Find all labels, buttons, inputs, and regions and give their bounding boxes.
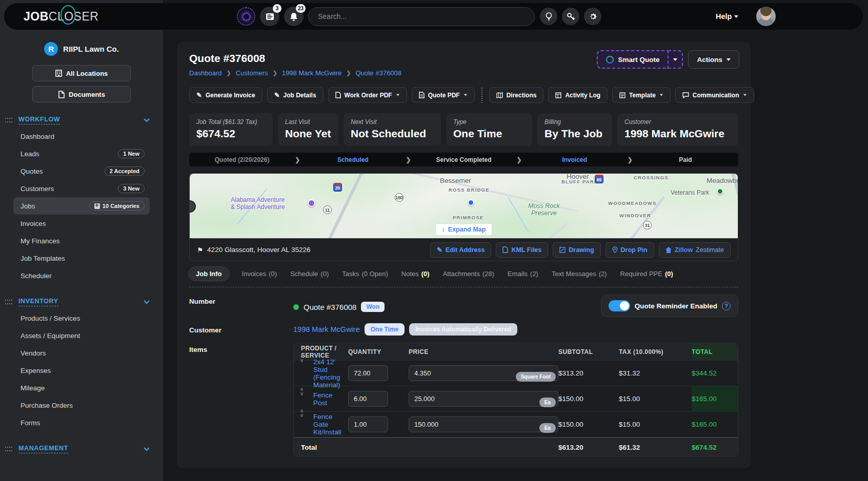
key-icon <box>567 12 575 21</box>
sidebar-item-dashboard[interactable]: Dashboard <box>13 128 150 145</box>
chat-icon <box>682 92 689 98</box>
sidebar-item-customers[interactable]: Customers3 New <box>13 180 150 197</box>
sidebar-item-label: Mileage <box>21 384 45 392</box>
sidebar-item-label: Leads <box>21 150 39 158</box>
tab-invoices[interactable]: Invoices(0) <box>242 270 277 278</box>
drawing-button[interactable]: Drawing <box>553 242 600 258</box>
number-field-label: Number <box>189 295 293 317</box>
recording-status-icon[interactable] <box>237 7 255 26</box>
reorder-arrows[interactable]: ∧∨ <box>300 387 304 396</box>
sidebar-item-invoices[interactable]: Invoices <box>13 215 150 232</box>
tab-tasks[interactable]: Tasks(0 Open) <box>342 270 388 278</box>
sidebar-item-jobs[interactable]: Jobs10 Categories <box>13 197 150 215</box>
sidebar-item-expenses[interactable]: Expenses <box>13 362 150 379</box>
tab-text-messages[interactable]: Text Messages(2) <box>552 270 607 278</box>
breadcrumb-quote[interactable]: Quote #376008 <box>355 69 401 77</box>
unit-badge: Ea <box>539 423 556 433</box>
sidebar-item-scheduler[interactable]: Scheduler <box>13 267 150 284</box>
tab-schedule[interactable]: Schedule(0) <box>290 270 329 278</box>
tab-emails[interactable]: Emails(2) <box>508 270 538 278</box>
template-button[interactable]: Template <box>612 87 671 103</box>
sidebar-item-my-finances[interactable]: My Finances <box>13 232 150 249</box>
messages-badge: 3 <box>273 4 281 13</box>
tab-job-info[interactable]: Job Info <box>188 266 230 281</box>
section-workflow[interactable]: WORKFLOW <box>13 116 150 124</box>
quantity-input[interactable] <box>348 365 388 381</box>
breadcrumb-dashboard[interactable]: Dashboard <box>189 69 222 77</box>
product-link[interactable]: Fence Post <box>313 391 333 407</box>
drop-pin-button[interactable]: Drop Pin <box>605 242 654 258</box>
tab-label: Tasks <box>342 270 359 278</box>
quantity-input[interactable] <box>348 391 388 407</box>
stat-value: Not Scheduled <box>351 128 434 140</box>
price-input[interactable] <box>409 416 558 432</box>
section-inventory[interactable]: INVENTORY <box>13 298 150 306</box>
sidebar-item-quotes[interactable]: Quotes2 Accepted <box>13 162 150 180</box>
notifications-button[interactable]: 23 <box>284 7 304 26</box>
edit-address-button[interactable]: ✎Edit Address <box>430 242 492 258</box>
breadcrumb-customers[interactable]: Customers <box>236 69 268 77</box>
settings-button[interactable] <box>584 8 601 25</box>
help-menu[interactable]: Help <box>716 12 738 20</box>
map-label-crossings: CROSSINGS <box>634 175 669 180</box>
sidebar-item-products-services[interactable]: Products / Services <box>13 309 150 327</box>
quote-reminder-toggle[interactable] <box>609 300 630 311</box>
customer-link[interactable]: 1998 Mark McGwire <box>293 325 360 333</box>
kml-files-button[interactable]: KML Files <box>496 242 548 258</box>
communication-button[interactable]: Communication <box>675 87 754 103</box>
sidebar-item-leads[interactable]: Leads1 New <box>13 145 150 162</box>
sidebar-item-mileage[interactable]: Mileage <box>13 379 150 396</box>
section-management[interactable]: MANAGEMENT <box>13 445 150 453</box>
map[interactable]: Bessemer ROSS BRIDGE BLUFF PARK Hoover C… <box>190 174 738 238</box>
all-locations-button[interactable]: All Locations <box>32 65 131 81</box>
one-time-badge: One Time <box>365 323 405 336</box>
sidebar-item-label: Vendors <box>21 349 46 357</box>
generate-invoice-button[interactable]: ✎Generate Invoice <box>189 87 263 103</box>
breadcrumb-customer[interactable]: 1998 Mark McGwire <box>282 69 341 77</box>
building-icon <box>55 70 62 77</box>
tab-required-ppe[interactable]: Required PPE(0) <box>620 270 673 278</box>
reorder-arrows[interactable]: ∧∨ <box>300 408 304 417</box>
expand-map-button[interactable]: ↕Expand Map <box>435 223 493 236</box>
tips-button[interactable] <box>540 8 557 25</box>
documents-button[interactable]: Documents <box>32 86 131 102</box>
sidebar-item-vendors[interactable]: Vendors <box>13 344 150 362</box>
activity-log-button[interactable]: Activity Log <box>548 87 608 103</box>
tab-attachments[interactable]: Attachments(28) <box>443 270 494 278</box>
progress-invoiced[interactable]: Invoiced <box>522 156 628 163</box>
directions-button[interactable]: Directions <box>489 87 544 103</box>
map-control[interactable] <box>190 200 196 213</box>
actions-button[interactable]: Actions <box>688 50 739 69</box>
zillow-zestimate-button[interactable]: ZillowZestimate <box>659 242 731 258</box>
user-avatar[interactable] <box>756 7 776 26</box>
reorder-arrows[interactable]: ∧∨ <box>300 353 304 363</box>
expand-map-label: Expand Map <box>448 226 486 233</box>
work-order-pdf-button[interactable]: Work Order PDF <box>328 87 407 103</box>
api-keys-button[interactable] <box>562 8 579 25</box>
sidebar-item-assets-equipment[interactable]: Assets / Equipment <box>13 327 150 344</box>
smart-quote-dropdown[interactable] <box>668 50 683 69</box>
stat-billing: BillingBy The Job <box>537 113 612 146</box>
interstate-20-shield: 20 <box>333 183 342 192</box>
product-link[interactable]: Fence Gate Kit/Install <box>313 413 341 436</box>
job-details-button[interactable]: ✎Job Details <box>267 87 324 103</box>
progress-scheduled[interactable]: Scheduled <box>300 156 406 163</box>
help-question-icon[interactable]: ? <box>722 302 731 310</box>
map-label-moss-rock: Moss RockPreserve <box>528 202 560 217</box>
smart-quote-button[interactable]: Smart Quote <box>597 50 668 69</box>
messages-button[interactable]: 3 <box>260 7 279 26</box>
price-input[interactable] <box>409 391 558 407</box>
sidebar-item-job-templates[interactable]: Job Templates <box>13 249 150 267</box>
sidebar-item-label: Job Templates <box>21 255 65 262</box>
sidebar-item-forms[interactable]: Forms <box>13 414 150 431</box>
product-link[interactable]: 2x4 12' Stud (Fencing Material) <box>313 358 340 389</box>
tab-notes[interactable]: Notes(0) <box>401 270 430 278</box>
stat-value: By The Job <box>544 128 605 140</box>
quantity-input[interactable] <box>348 416 388 432</box>
job-location-pin[interactable] <box>468 199 474 206</box>
company-switcher[interactable]: R RIIPL Lawn Co. <box>13 42 150 56</box>
quote-pdf-button[interactable]: Quote PDF <box>412 87 475 103</box>
status-dot <box>293 304 299 310</box>
search-input[interactable] <box>308 7 535 26</box>
sidebar-item-purchase-orders[interactable]: Purchase Orders <box>13 396 150 414</box>
